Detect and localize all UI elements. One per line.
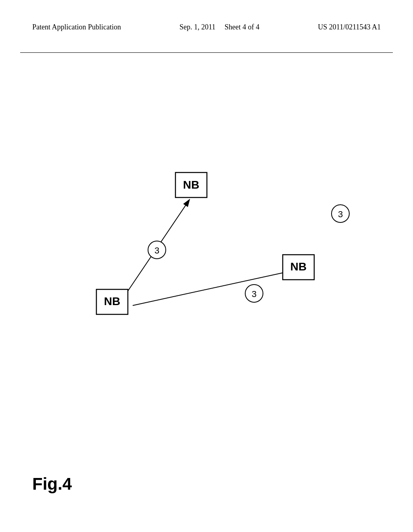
arrow-line-2 <box>133 271 290 305</box>
circle-label-2: 3 <box>252 289 257 299</box>
diagram-area: NB NB NB 3 3 3 broadcast control signali… <box>32 64 381 371</box>
circle-label-1: 3 <box>154 245 159 256</box>
diagram-svg: NB NB NB 3 3 3 broadcast control signali… <box>32 64 381 371</box>
header-center-text: Sep. 1, 2011 Sheet 4 of 4 <box>179 22 259 32</box>
nb-label-right: NB <box>290 260 307 273</box>
header-divider <box>20 52 393 53</box>
header-right-text: US 2011/0211543 A1 <box>318 22 381 32</box>
header-sheet: Sheet 4 of 4 <box>225 23 259 31</box>
circle-legend-label: 3 <box>338 209 343 219</box>
page-header: Patent Application Publication Sep. 1, 2… <box>0 22 413 32</box>
header-date: Sep. 1, 2011 <box>179 23 215 31</box>
nb-label-bottom-left: NB <box>104 295 120 308</box>
nb-label-top-center: NB <box>183 179 199 191</box>
header-left-text: Patent Application Publication <box>32 22 121 32</box>
figure-label: Fig.4 <box>32 474 72 494</box>
